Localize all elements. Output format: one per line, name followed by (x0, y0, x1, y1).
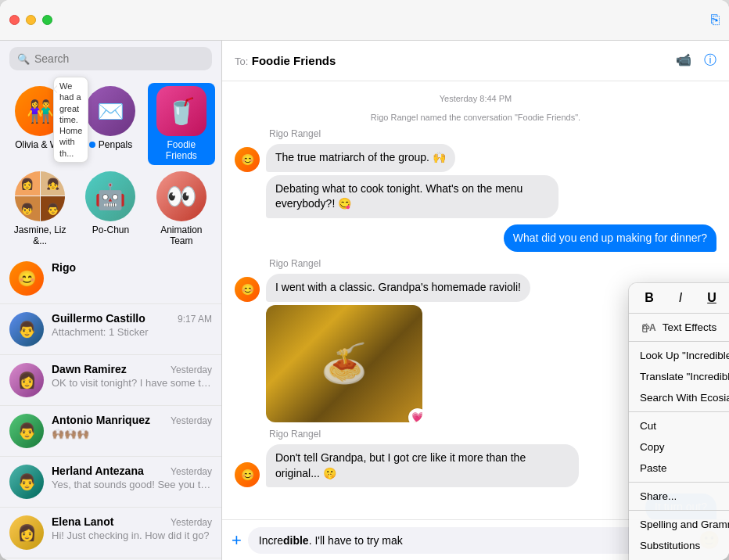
msg-avatar-rigo: 😊 (235, 147, 260, 172)
transformations-item[interactable]: Transformations › (629, 556, 729, 560)
unread-dot-penpals (89, 142, 95, 148)
lookup-item[interactable]: Look Up "Incredible. I'll have to try...… (629, 345, 729, 366)
chat-title-area: To: Foodie Friends (235, 54, 676, 68)
paste-item[interactable]: Paste (629, 458, 729, 479)
chat-header: To: Foodie Friends 📹 ⓘ (222, 41, 729, 81)
conv-item-rigo[interactable]: 😊 Rigo (0, 253, 221, 304)
msg-bubble-1: The true matriarch of the group. 🙌 (266, 144, 455, 172)
conv-details-herland: Herland Antezana Yesterday Yes, that sou… (52, 465, 212, 492)
chat-actions: 📹 ⓘ (676, 52, 716, 69)
msg-image: 💗 (266, 305, 422, 422)
maximize-button[interactable] (42, 15, 52, 25)
conv-preview-dawn: OK to visit tonight? I have some things … (52, 377, 212, 390)
paste-label: Paste (640, 462, 667, 474)
spelling-section: Spelling and Grammar › Substitutions › T… (629, 511, 729, 560)
format-section: B I U S (629, 283, 729, 314)
search-ecosia-label: Search With Ecosia (640, 392, 729, 404)
conv-avatar-herland: 👨 (9, 465, 44, 499)
conv-time-dawn: Yesterday (171, 364, 212, 375)
share-section: Share... (629, 483, 729, 511)
share-label: Share... (640, 490, 677, 502)
pinned-item-jasmine-liz[interactable]: 👩 👧 👦 👨 Jasmine, Liz &... (6, 168, 74, 250)
video-call-icon[interactable]: 📹 (676, 52, 691, 69)
conv-time-elena: Yesterday (171, 517, 212, 528)
conv-details-elena: Elena Lanot Yesterday Hi! Just checking … (52, 515, 212, 543)
pinned-item-olivia-will[interactable]: We had a great time. Home with th... 👫 O… (6, 83, 74, 165)
conv-time-guillermo: 9:17 AM (178, 314, 212, 325)
pinned-label-penpals: Penpals (89, 139, 132, 150)
conv-item-herland[interactable]: 👨 Herland Antezana Yesterday Yes, that s… (0, 457, 221, 508)
chat-input-bubble[interactable]: Incredible. I'll have to try mak (248, 527, 692, 554)
conv-avatar-antonio: 👨 (9, 414, 44, 448)
conv-details-dawn: Dawn Ramirez Yesterday OK to visit tonig… (52, 363, 212, 390)
conv-item-dawn[interactable]: 👩 Dawn Ramirez Yesterday OK to visit ton… (0, 355, 221, 406)
msg-row-1: 😊 The true matriarch of the group. 🙌 (235, 144, 716, 172)
sidebar: 🔍 We had a great time. Home with th... 👫… (0, 41, 222, 560)
conv-item-guillermo[interactable]: 👨 Guillermo Castillo 9:17 AM Attachment:… (0, 304, 221, 355)
conv-item-elena[interactable]: 👩 Elena Lanot Yesterday Hi! Just checkin… (0, 508, 221, 558)
search-ecosia-item[interactable]: Search With Ecosia (629, 387, 729, 408)
chat-pane: To: Foodie Friends 📹 ⓘ Yesterday 8:44 PM… (222, 41, 729, 560)
search-bar[interactable]: 🔍 (9, 47, 212, 70)
minimize-button[interactable] (26, 15, 36, 25)
conv-item-antonio[interactable]: 👨 Antonio Manriquez Yesterday 🙌🏽🙌🏽🙌🏽 (0, 406, 221, 457)
chat-to-label: To: (235, 56, 248, 67)
heart-reaction: 💗 (408, 408, 422, 422)
msg-avatar-rigo-3: 😊 (235, 462, 260, 487)
conv-time-herland: Yesterday (171, 466, 212, 477)
pinned-label-foodie-friends: Foodie Friends (151, 139, 212, 162)
avatar-jasmine-liz: 👩 👧 👦 👨 (15, 171, 65, 221)
close-button[interactable] (9, 15, 20, 25)
search-input[interactable] (34, 52, 204, 65)
conv-preview-herland: Yes, that sounds good! See you then. (52, 479, 212, 492)
traffic-lights (9, 15, 52, 25)
cut-label: Cut (640, 420, 656, 432)
spelling-item[interactable]: Spelling and Grammar › (629, 514, 729, 535)
conv-time-antonio: Yesterday (171, 415, 212, 426)
text-effects-icon: ꩺA (640, 322, 656, 333)
conv-details-antonio: Antonio Manriquez Yesterday 🙌🏽🙌🏽🙌🏽 (52, 414, 212, 441)
context-menu: B I U S ꩺA Text Effects › (629, 283, 729, 560)
pinned-item-po-chun[interactable]: 🤖 Po-Chun (77, 168, 144, 250)
cut-item[interactable]: Cut (629, 415, 729, 436)
msg-row-2: Debating what to cook tonight. What's on… (266, 175, 716, 218)
messages-window: ⎘ 🔍 We had a great time. Home with th...… (0, 0, 729, 560)
add-attachment-button[interactable]: + (232, 530, 242, 551)
chat-input-text: Incredible. I'll have to try mak (259, 534, 403, 547)
cut-copy-paste-section: Cut Copy Paste (629, 412, 729, 483)
conv-avatar-rigo: 😊 (9, 261, 44, 296)
text-effects-item[interactable]: ꩺA Text Effects › (629, 317, 729, 338)
format-row: B I U S (629, 286, 729, 310)
underline-button[interactable]: U (702, 291, 721, 305)
msg-bubble-outgoing-1: What did you end up making for dinner? (504, 224, 716, 253)
text-effects-label: Text Effects (663, 321, 717, 333)
copy-label: Copy (640, 441, 665, 453)
conv-name-rigo: Rigo (52, 261, 76, 274)
lookup-label: Look Up "Incredible. I'll have to try...… (640, 350, 729, 361)
conv-avatar-dawn: 👩 (9, 363, 44, 397)
pinned-label-jasmine-liz: Jasmine, Liz &... (9, 224, 70, 247)
compose-icon[interactable]: ⎘ (711, 12, 720, 28)
substitutions-item[interactable]: Substitutions › (629, 535, 729, 556)
search-icon: 🔍 (17, 53, 30, 65)
bold-button[interactable]: B (640, 291, 659, 305)
info-icon[interactable]: ⓘ (704, 52, 716, 69)
pinned-item-foodie-friends[interactable]: 🥤 Foodie Friends (148, 83, 215, 165)
lookup-section: Look Up "Incredible. I'll have to try...… (629, 342, 729, 412)
conv-name-antonio: Antonio Manriquez (52, 414, 150, 426)
tooltip-bubble: We had a great time. Home with th... (53, 77, 88, 163)
translate-item[interactable]: Translate "Incredible. I'll have to try.… (629, 366, 729, 387)
conv-details-guillermo: Guillermo Castillo 9:17 AM Attachment: 1… (52, 312, 212, 339)
avatar-penpals: ✉️ (85, 86, 135, 136)
conversation-list: 😊 Rigo 👨 Guillermo Castillo 9:17 AM (0, 253, 221, 560)
msg-bubble-3: I went with a classic. Grandpa's homemad… (266, 274, 530, 302)
date-divider: Yesterday 8:44 PM (235, 94, 716, 103)
conv-name-elena: Elena Lanot (52, 515, 113, 528)
main-content: 🔍 We had a great time. Home with th... 👫… (0, 41, 729, 560)
italic-button[interactable]: I (671, 291, 690, 305)
pinned-item-animation-team[interactable]: 👀 Animation Team (148, 168, 215, 250)
copy-item[interactable]: Copy (629, 436, 729, 458)
share-item[interactable]: Share... (629, 486, 729, 507)
conv-details-rigo: Rigo (52, 261, 212, 274)
conv-avatar-guillermo: 👨 (9, 312, 44, 346)
